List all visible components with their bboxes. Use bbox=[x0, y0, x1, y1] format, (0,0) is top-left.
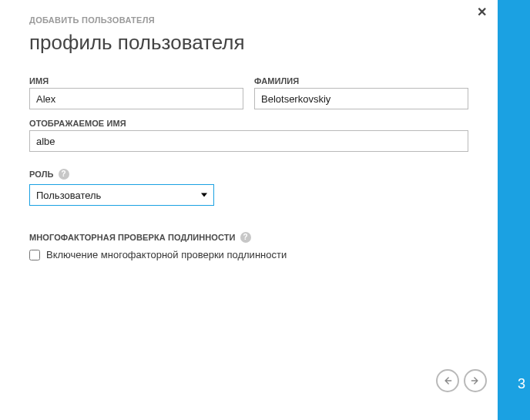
mfa-checkbox-label: Включение многофакторной проверки подлин… bbox=[46, 249, 287, 260]
mfa-section-label: МНОГОФАКТОРНАЯ ПРОВЕРКА ПОДЛИННОСТИ bbox=[29, 233, 236, 242]
display-name-label: ОТОБРАЖАЕМОЕ ИМЯ bbox=[29, 119, 468, 128]
progress-rail: 3 bbox=[498, 0, 530, 420]
role-select[interactable]: Пользователь bbox=[29, 184, 214, 206]
arrow-left-icon bbox=[442, 375, 453, 386]
display-name-input[interactable] bbox=[29, 130, 468, 152]
first-name-input[interactable] bbox=[29, 88, 243, 109]
step-number: 3 bbox=[518, 376, 525, 392]
help-icon[interactable]: ? bbox=[240, 232, 251, 243]
help-icon[interactable]: ? bbox=[59, 169, 69, 180]
role-selected-value: Пользователь bbox=[36, 190, 101, 201]
close-icon[interactable]: ✕ bbox=[477, 6, 487, 18]
page-title: профиль пользователя bbox=[29, 31, 468, 55]
next-button[interactable] bbox=[464, 369, 487, 392]
first-name-label: ИМЯ bbox=[29, 76, 243, 86]
chevron-down-icon bbox=[201, 193, 207, 197]
mfa-checkbox[interactable] bbox=[29, 250, 40, 260]
last-name-input[interactable] bbox=[254, 88, 468, 109]
last-name-label: ФАМИЛИЯ bbox=[254, 76, 468, 86]
prev-button[interactable] bbox=[436, 369, 459, 392]
role-label: РОЛЬ bbox=[29, 170, 54, 179]
breadcrumb: ДОБАВИТЬ ПОЛЬЗОВАТЕЛЯ bbox=[29, 15, 468, 25]
arrow-right-icon bbox=[470, 375, 481, 386]
